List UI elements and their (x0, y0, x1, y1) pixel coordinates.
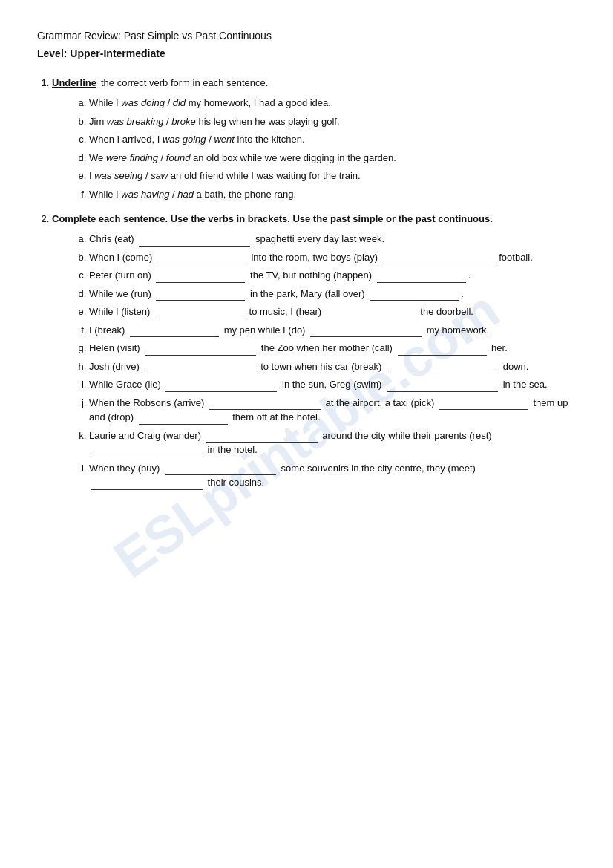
option-text: did (173, 97, 186, 108)
blank[interactable] (209, 399, 321, 410)
list-item: Helen (visit) the Zoo when her mother (c… (89, 341, 576, 356)
section-1-heading: Underline the correct verb form in each … (52, 77, 576, 88)
blank[interactable] (370, 290, 459, 301)
list-item: While I was having / had a bath, the pho… (89, 187, 576, 202)
blank[interactable] (165, 382, 277, 392)
option-text: were finding (106, 152, 158, 163)
list-item: When I arrived, I was going / went into … (89, 132, 576, 147)
blank[interactable] (383, 254, 494, 264)
blank[interactable] (206, 432, 318, 443)
option-text: saw (151, 170, 168, 181)
list-item: Chris (eat) spaghetti every day last wee… (89, 232, 576, 247)
blank[interactable] (156, 290, 245, 301)
section-2-items: Chris (eat) spaghetti every day last wee… (52, 232, 576, 490)
section-2-heading: Complete each sentence. Use the verbs in… (52, 213, 576, 224)
list-item: While I was doing / did my homework, I h… (89, 96, 576, 111)
list-item: When I (come) into the room, two boys (p… (89, 250, 576, 265)
option-text: was doing (121, 97, 165, 108)
option-text: found (166, 152, 191, 163)
blank[interactable] (398, 345, 487, 356)
list-item: I was seeing / saw an old friend while I… (89, 169, 576, 183)
section-2: Complete each sentence. Use the verbs in… (52, 213, 576, 490)
option-text: was having (121, 189, 169, 200)
list-item: Jim was breaking / broke his leg when he… (89, 114, 576, 129)
list-item: While I (listen) to music, I (hear) the … (89, 304, 576, 319)
blank[interactable] (139, 236, 250, 247)
level-label: Level: Upper-Intermediate (37, 48, 576, 59)
option-text: was breaking (107, 116, 164, 127)
blank[interactable] (439, 399, 528, 410)
list-item: When the Robsons (arrive) at the airport… (89, 396, 576, 425)
section-1-instruction: the correct verb form in each sentence. (101, 77, 268, 88)
list-item: Laurie and Craig (wander) around the cit… (89, 428, 576, 457)
section-1-items: While I was doing / did my homework, I h… (52, 96, 576, 201)
blank[interactable] (310, 327, 422, 337)
blank[interactable] (130, 327, 219, 337)
section-1: Underline the correct verb form in each … (52, 77, 576, 201)
blank[interactable] (91, 447, 203, 457)
list-item: Peter (turn on) the TV, but nothing (hap… (89, 268, 576, 283)
blank[interactable] (157, 254, 246, 264)
option-text: had (177, 189, 194, 200)
option-text: went (214, 134, 234, 145)
level-prefix: Level: (37, 48, 67, 59)
blank[interactable] (91, 480, 203, 490)
section-2-instruction: Complete each sentence. Use the verbs in… (52, 213, 493, 224)
blank[interactable] (145, 345, 256, 356)
blank[interactable] (165, 465, 276, 475)
option-text: was going (163, 134, 206, 145)
blank[interactable] (377, 273, 466, 283)
page-title: Grammar Review: Past Simple vs Past Cont… (37, 30, 576, 42)
option-text: broke (171, 116, 196, 127)
level-value: Upper-Intermediate (70, 48, 165, 59)
list-item: While Grace (lie) in the sun, Greg (swim… (89, 377, 576, 392)
blank[interactable] (387, 363, 498, 373)
blank[interactable] (139, 414, 228, 425)
list-item: When they (buy) some souvenirs in the ci… (89, 461, 576, 490)
list-item: We were finding / found an old box while… (89, 151, 576, 166)
section-1-underline: Underline (52, 77, 96, 88)
blank[interactable] (327, 309, 416, 319)
blank[interactable] (387, 382, 498, 392)
option-text: was seeing (94, 170, 142, 181)
main-exercise-list: Underline the correct verb form in each … (37, 77, 576, 490)
blank[interactable] (155, 309, 244, 319)
blank[interactable] (145, 363, 256, 373)
list-item: I (break) my pen while I (do) my homewor… (89, 323, 576, 338)
list-item: While we (run) in the park, Mary (fall o… (89, 287, 576, 301)
blank[interactable] (156, 273, 245, 283)
list-item: Josh (drive) to town when his car (break… (89, 359, 576, 374)
